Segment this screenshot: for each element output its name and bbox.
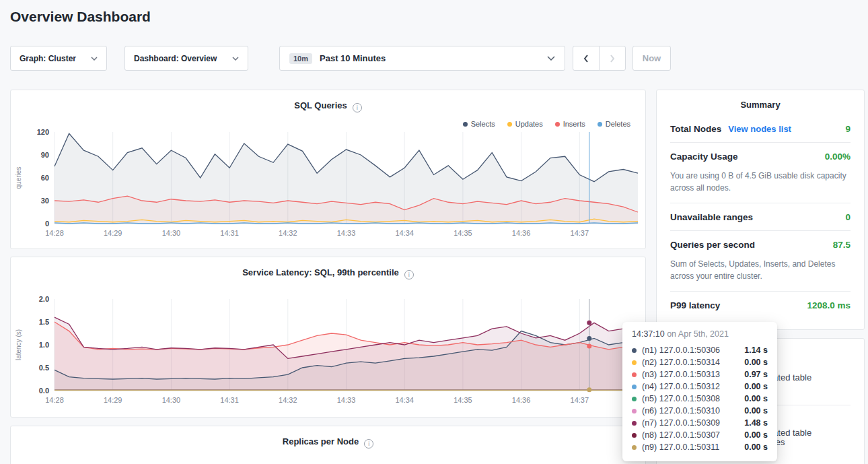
svg-text:14:32: 14:32 — [279, 229, 297, 237]
tooltip-node-row: (n7) 127.0.0.1:503091.48 s — [632, 417, 768, 429]
capacity-usage-caption: You are using 0 B of 4.5 GiB usable disk… — [670, 170, 851, 203]
tooltip-node-row: (n6) 127.0.0.1:503100.00 s — [632, 405, 768, 417]
time-forward-button[interactable] — [599, 46, 626, 71]
summary-title: Summary — [670, 100, 851, 110]
tooltip-date: on Apr 5th, 2021 — [667, 329, 729, 339]
svg-text:14:35: 14:35 — [454, 396, 472, 404]
tooltip-node-row: (n2) 127.0.0.1:503140.00 s — [632, 356, 768, 368]
svg-text:1.5: 1.5 — [39, 318, 49, 326]
svg-text:queries: queries — [15, 167, 22, 189]
svg-text:14:32: 14:32 — [279, 396, 297, 404]
tooltip-node-label: (n2) 127.0.0.1:50314 — [642, 358, 720, 367]
svg-text:14:28: 14:28 — [45, 229, 64, 237]
chart-title: Service Latency: SQL, 99th percentile — [242, 267, 399, 277]
queries-per-second-label: Queries per second — [670, 240, 755, 250]
chevron-left-icon — [583, 55, 589, 63]
tooltip-node-label: (n5) 127.0.0.1:50308 — [642, 394, 720, 403]
svg-text:0: 0 — [45, 220, 49, 228]
capacity-usage-label: Capacity Usage — [670, 152, 738, 162]
replicas-title-row: Replicas per Nodei — [11, 426, 645, 449]
p99-latency-value: 1208.0 ms — [807, 300, 851, 310]
graph-dropdown[interactable]: Graph: Cluster — [10, 46, 107, 71]
svg-text:2.0: 2.0 — [39, 295, 49, 303]
controls-bar: Graph: Cluster Dashboard: Overview 10m P… — [10, 46, 671, 71]
info-icon[interactable]: i — [353, 103, 362, 112]
tooltip-node-row: (n9) 127.0.0.1:503110.00 s — [632, 441, 768, 453]
p99-latency-label: P99 latency — [670, 300, 720, 310]
tooltip-node-label: (n8) 127.0.0.1:50307 — [642, 430, 720, 440]
chevron-right-icon — [610, 55, 615, 63]
sql-queries-chart[interactable]: 14:2814:2914:3014:3114:3214:3314:3414:35… — [11, 125, 645, 241]
summary-panel: Summary Total Nodes View nodes list 9 Ca… — [656, 90, 865, 330]
p99-latency-row: P99 latency 1208.0 ms — [670, 292, 851, 319]
tooltip-node-label: (n4) 127.0.0.1:50312 — [642, 382, 720, 391]
capacity-usage-value: 0.00% — [825, 152, 851, 162]
svg-text:14:30: 14:30 — [162, 396, 181, 404]
svg-text:14:30: 14:30 — [162, 229, 181, 237]
tooltip-node-value: 0.00 s — [744, 442, 768, 452]
dashboard-dropdown[interactable]: Dashboard: Overview — [124, 46, 248, 71]
chart-title: Replicas per Node — [283, 436, 359, 446]
tooltip-node-value: 0.00 s — [744, 406, 768, 416]
node-color-dot-icon — [632, 348, 637, 353]
capacity-usage-row: Capacity Usage 0.00% — [670, 143, 851, 170]
total-nodes-label: Total Nodes — [670, 124, 721, 134]
service-latency-chart[interactable]: 14:2814:2914:3014:3114:3214:3314:3414:35… — [11, 292, 645, 408]
queries-per-second-value: 87.5 — [833, 240, 851, 250]
tooltip-node-row: (n4) 127.0.0.1:503120.00 s — [632, 380, 768, 393]
chart-title: SQL Queries — [294, 100, 347, 110]
page-title: Overview Dashboard — [10, 9, 151, 25]
svg-text:0.0: 0.0 — [39, 387, 49, 395]
now-button[interactable]: Now — [632, 46, 671, 71]
tooltip-node-value: 0.00 s — [744, 394, 768, 403]
svg-text:14:35: 14:35 — [454, 229, 472, 237]
node-color-dot-icon — [632, 445, 637, 450]
queries-per-second-caption: Sum of Selects, Updates, Inserts, and De… — [670, 258, 851, 292]
charts-column: SQL Queriesi SelectsUpdatesInsertsDelete… — [10, 90, 646, 464]
svg-text:14:31: 14:31 — [220, 396, 239, 404]
tooltip-node-row: (n1) 127.0.0.1:503061.14 s — [632, 344, 768, 356]
time-range-badge: 10m — [289, 53, 312, 64]
total-nodes-value: 9 — [845, 124, 851, 134]
node-color-dot-icon — [632, 421, 637, 426]
chevron-down-icon — [91, 57, 98, 61]
svg-text:14:29: 14:29 — [104, 229, 122, 237]
svg-text:30: 30 — [41, 197, 49, 205]
tooltip-node-label: (n6) 127.0.0.1:50310 — [642, 406, 720, 416]
svg-text:14:37: 14:37 — [571, 396, 589, 404]
unavailable-ranges-label: Unavailable ranges — [670, 212, 753, 222]
unavailable-ranges-value: 0 — [845, 212, 851, 222]
tooltip-node-row: (n8) 127.0.0.1:503070.00 s — [632, 429, 768, 441]
node-color-dot-icon — [632, 385, 637, 389]
graph-dropdown-label: Graph: Cluster — [20, 54, 76, 63]
svg-text:14:33: 14:33 — [337, 229, 356, 237]
time-range-picker[interactable]: 10m Past 10 Minutes — [279, 46, 565, 71]
tooltip-timestamp: 14:37:10 on Apr 5th, 2021 — [632, 329, 768, 339]
info-icon[interactable]: i — [404, 270, 414, 279]
svg-text:14:36: 14:36 — [512, 396, 531, 404]
node-color-dot-icon — [632, 397, 637, 401]
sql-queries-panel: SQL Queriesi SelectsUpdatesInsertsDelete… — [10, 90, 646, 249]
svg-text:90: 90 — [41, 151, 49, 159]
view-nodes-list-link[interactable]: View nodes list — [728, 124, 791, 134]
svg-text:14:34: 14:34 — [395, 396, 414, 404]
svg-text:14:31: 14:31 — [220, 229, 239, 237]
chevron-down-icon — [232, 57, 239, 61]
info-icon[interactable]: i — [364, 439, 373, 449]
tooltip-node-value: 0.00 s — [744, 358, 768, 367]
tooltip-node-value: 1.14 s — [744, 345, 768, 355]
tooltip-node-label: (n9) 127.0.0.1:50311 — [642, 442, 719, 452]
unavailable-ranges-row: Unavailable ranges 0 — [670, 203, 851, 231]
tooltip-node-label: (n3) 127.0.0.1:50313 — [642, 370, 720, 379]
time-range-label: Past 10 Minutes — [320, 53, 386, 63]
svg-text:14:36: 14:36 — [512, 229, 531, 237]
svg-text:0.5: 0.5 — [39, 364, 49, 372]
chevron-down-icon — [547, 56, 555, 61]
time-back-button[interactable] — [573, 46, 600, 71]
tooltip-rows: (n1) 127.0.0.1:503061.14 s(n2) 127.0.0.1… — [632, 344, 768, 453]
tooltip-node-row: (n3) 127.0.0.1:503130.97 s — [632, 368, 768, 380]
svg-text:120: 120 — [37, 128, 49, 136]
service-latency-title-row: Service Latency: SQL, 99th percentilei — [11, 257, 645, 279]
svg-text:14:29: 14:29 — [104, 396, 122, 404]
chart-tooltip: 14:37:10 on Apr 5th, 2021 (n1) 127.0.0.1… — [622, 322, 777, 461]
